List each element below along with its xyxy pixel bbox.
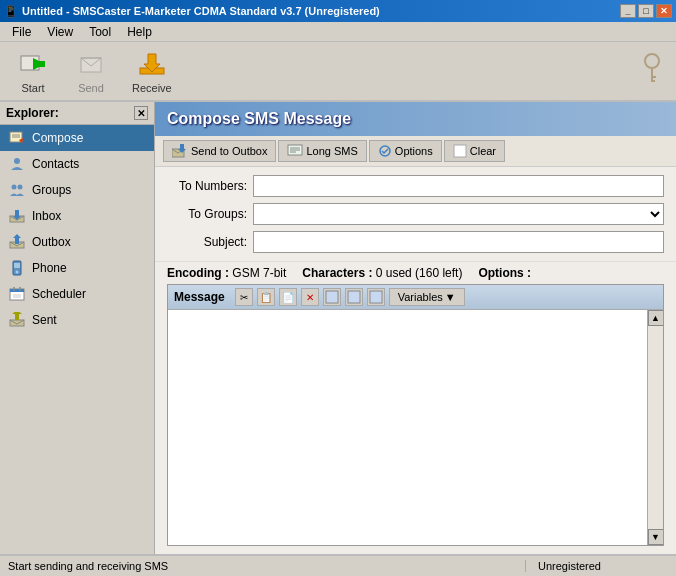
inbox-icon <box>8 207 26 225</box>
to-groups-label: To Groups: <box>167 207 247 221</box>
menu-view[interactable]: View <box>39 23 81 41</box>
message-section: Message ✂ 📋 📄 ✕ <box>167 284 664 546</box>
format-icon2 <box>347 290 361 304</box>
format-btn2[interactable] <box>345 288 363 306</box>
sidebar-item-sent[interactable]: Sent <box>0 307 154 333</box>
options-label: Options <box>395 145 433 157</box>
sidebar-item-inbox[interactable]: Inbox <box>0 203 154 229</box>
sidebar-item-compose[interactable]: Compose <box>0 125 154 151</box>
variables-dropdown-icon: ▼ <box>445 291 456 303</box>
copy-button[interactable]: 📋 <box>257 288 275 306</box>
status-bar: Start sending and receiving SMS Unregist… <box>0 554 676 576</box>
status-registration: Unregistered <box>526 560 676 572</box>
clear-icon <box>453 144 467 158</box>
subject-label: Subject: <box>167 235 247 249</box>
format-icon1 <box>325 290 339 304</box>
compose-label: Compose <box>32 131 83 145</box>
delete-button[interactable]: ✕ <box>301 288 319 306</box>
window-icon: 📱 <box>4 5 18 18</box>
sidebar-header: Explorer: ✕ <box>0 102 154 125</box>
svg-point-17 <box>18 185 23 190</box>
subject-row: Subject: <box>167 231 664 253</box>
scroll-up-button[interactable]: ▲ <box>648 310 664 326</box>
scroll-track[interactable] <box>648 326 663 529</box>
svg-rect-10 <box>651 80 655 82</box>
scroll-down-button[interactable]: ▼ <box>648 529 664 545</box>
sidebar-item-contacts[interactable]: Contacts <box>0 151 154 177</box>
svg-rect-41 <box>326 291 338 303</box>
start-button[interactable]: Start <box>8 44 58 98</box>
phone-label: Phone <box>32 261 67 275</box>
to-numbers-row: To Numbers: <box>167 175 664 197</box>
sidebar-item-outbox[interactable]: Outbox <box>0 229 154 255</box>
send-to-outbox-button[interactable]: Send to Outbox <box>163 140 276 162</box>
clear-button[interactable]: Clear <box>444 140 505 162</box>
characters-section: Characters : 0 used (160 left) <box>302 266 462 280</box>
outbox-icon <box>8 233 26 251</box>
long-sms-button[interactable]: Long SMS <box>278 140 366 162</box>
scheduler-label: Scheduler <box>32 287 86 301</box>
send-button[interactable]: Send <box>66 44 116 98</box>
subject-input[interactable] <box>253 231 664 253</box>
scheduler-icon <box>8 285 26 303</box>
outbox-label: Outbox <box>32 235 71 249</box>
menu-bar: File View Tool Help <box>0 22 676 42</box>
menu-file[interactable]: File <box>4 23 39 41</box>
encoding-label: Encoding : GSM 7-bit <box>167 266 286 280</box>
sidebar-item-scheduler[interactable]: Scheduler <box>0 281 154 307</box>
title-bar: 📱 Untitled - SMSCaster E-Marketer CDMA S… <box>0 0 676 22</box>
minimize-button[interactable]: _ <box>620 4 636 18</box>
send-to-outbox-label: Send to Outbox <box>191 145 267 157</box>
status-text: Start sending and receiving SMS <box>0 560 526 572</box>
form-area: To Numbers: To Groups: Subject: <box>155 167 676 261</box>
menu-help[interactable]: Help <box>119 23 160 41</box>
format-btn3[interactable] <box>367 288 385 306</box>
svg-rect-9 <box>651 76 656 78</box>
options-section: Options : <box>478 266 531 280</box>
variables-button[interactable]: Variables ▼ <box>389 288 465 306</box>
options-button[interactable]: Options <box>369 140 442 162</box>
svg-point-15 <box>14 158 20 164</box>
maximize-button[interactable]: □ <box>638 4 654 18</box>
receive-icon <box>136 48 168 80</box>
send-outbox-icon <box>172 144 188 158</box>
start-icon <box>17 48 49 80</box>
main-content: Explorer: ✕ Compose Contacts <box>0 102 676 554</box>
sidebar-close-button[interactable]: ✕ <box>134 106 148 120</box>
message-textarea[interactable] <box>168 310 663 545</box>
svg-point-7 <box>645 54 659 68</box>
svg-rect-2 <box>37 61 45 67</box>
vertical-scrollbar[interactable]: ▲ ▼ <box>647 310 663 545</box>
sidebar-item-phone[interactable]: Phone <box>0 255 154 281</box>
receive-label: Receive <box>132 82 172 94</box>
long-sms-icon <box>287 144 303 158</box>
paste-button[interactable]: 📄 <box>279 288 297 306</box>
menu-tool[interactable]: Tool <box>81 23 119 41</box>
sidebar-item-groups[interactable]: Groups <box>0 177 154 203</box>
main-toolbar: Start Send Receive <box>0 42 676 102</box>
characters-value: 0 used (160 left) <box>376 266 463 280</box>
groups-icon <box>8 181 26 199</box>
close-button[interactable]: ✕ <box>656 4 672 18</box>
cut-button[interactable]: ✂ <box>235 288 253 306</box>
format-btn1[interactable] <box>323 288 341 306</box>
svg-rect-23 <box>14 263 20 268</box>
sent-icon <box>8 311 26 329</box>
options-icon <box>378 144 392 158</box>
receive-button[interactable]: Receive <box>124 44 180 98</box>
svg-point-16 <box>12 185 17 190</box>
to-numbers-input[interactable] <box>253 175 664 197</box>
window-title: Untitled - SMSCaster E-Marketer CDMA Sta… <box>22 5 380 17</box>
title-bar-buttons: _ □ ✕ <box>620 4 672 18</box>
send-label: Send <box>78 82 104 94</box>
format-icon3 <box>369 290 383 304</box>
contacts-icon <box>8 155 26 173</box>
groups-label: Groups <box>32 183 71 197</box>
to-groups-select[interactable] <box>253 203 664 225</box>
compose-icon <box>8 129 26 147</box>
svg-rect-8 <box>651 68 653 82</box>
start-label: Start <box>21 82 44 94</box>
message-body: ▲ ▼ <box>168 310 663 545</box>
svg-marker-32 <box>12 312 22 320</box>
sent-label: Sent <box>32 313 57 327</box>
